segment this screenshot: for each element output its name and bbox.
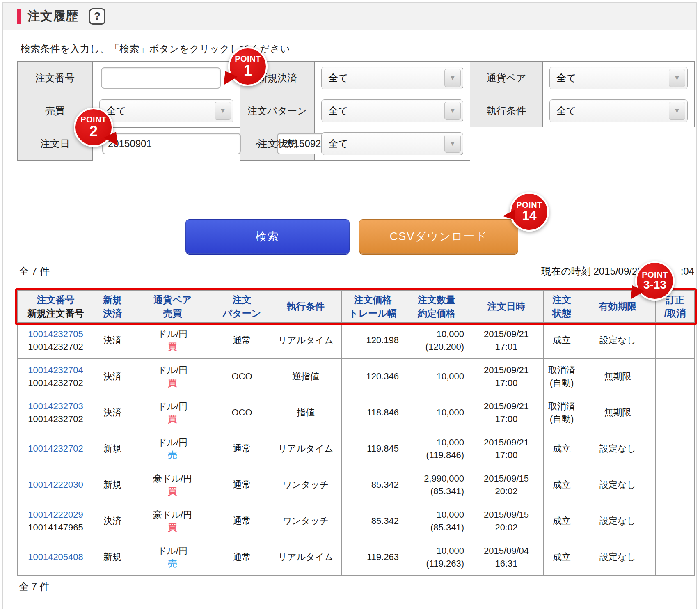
- exec-condition-cell: リアルタイム: [270, 539, 342, 576]
- exec-condition-cell: 逆指値: [270, 359, 342, 395]
- quantity-cell: 10,000(120.200): [404, 323, 469, 359]
- order-number-link[interactable]: 10014222029: [18, 509, 94, 521]
- pair-label: ドル/円: [131, 436, 214, 449]
- table-header: 注文番号新規注文番号 新規決済 通貨ペア売買 注文パターン 執行条件 注文価格ト…: [18, 291, 695, 323]
- order-date-from-input[interactable]: [102, 133, 241, 154]
- pair-label: 豪ドル/円: [131, 509, 214, 521]
- new-order-number: 10014232702: [18, 377, 94, 390]
- order-date: 2015/09/04: [469, 545, 543, 558]
- order-number-link[interactable]: 10014232702: [18, 443, 94, 455]
- order-number-link[interactable]: 10014232705: [18, 328, 94, 341]
- open-close-cell: 決済: [94, 503, 131, 539]
- exec-condition-cell: リアルタイム: [270, 431, 342, 467]
- chevron-down-icon: ▼: [444, 135, 461, 153]
- amend-cancel-cell: [656, 431, 695, 467]
- validity-cell: 設定なし: [580, 467, 656, 503]
- order-number-input[interactable]: [101, 67, 221, 89]
- order-date: 2015/09/21: [469, 328, 543, 341]
- form-row-2: 売買 全て ▼ 注文パターン 全て ▼ 執行条件: [18, 94, 695, 127]
- currency-pair-select[interactable]: 全て ▼: [549, 67, 688, 89]
- status-line2: (自動): [544, 413, 580, 426]
- point-1-badge: POINT1: [228, 47, 268, 86]
- price-cell: 120.198: [342, 323, 404, 359]
- order-number-label: 注文番号: [18, 62, 93, 94]
- validity-cell: 無期限: [580, 395, 656, 431]
- quantity-value: 10,000: [404, 436, 464, 449]
- search-button[interactable]: 検索: [185, 219, 350, 254]
- col-header-pair-side: 通貨ペア売買: [131, 291, 214, 323]
- order-date: 2015/09/21: [469, 436, 543, 449]
- status-line1: 取消済: [544, 364, 580, 377]
- price-cell: 119.845: [342, 431, 404, 467]
- col-header-exec-condition: 執行条件: [270, 291, 342, 323]
- col-header-status: 注文状態: [544, 291, 580, 323]
- csv-download-button[interactable]: CSVダウンロード: [359, 219, 518, 254]
- result-summary-row: 全 7 件 現在の時刻 2015/09/25:04: [17, 265, 694, 278]
- point-14-badge: POINT14: [510, 192, 549, 232]
- amend-cancel-cell: [656, 503, 695, 539]
- order-pattern-select[interactable]: 全て ▼: [321, 99, 463, 122]
- quantity-value: 10,000: [404, 509, 464, 521]
- side-label: 買: [131, 341, 214, 353]
- pair-label: ドル/円: [131, 545, 214, 558]
- order-number-cell: 1001422202910014147965: [18, 503, 94, 539]
- table-row: 1001423270510014232702 決済 ドル/円買 通常 リアルタイ…: [18, 323, 695, 359]
- pair-side-cell: ドル/円買: [131, 395, 214, 431]
- exec-price-value: (85.341): [404, 521, 464, 534]
- price-cell: 85.342: [342, 503, 404, 539]
- col-header-datetime: 注文日時: [469, 291, 544, 323]
- help-icon[interactable]: ?: [89, 8, 105, 25]
- col-header-order-price: 注文価格トレール幅: [342, 291, 404, 323]
- order-pattern-field-cell: 全て ▼: [315, 94, 470, 127]
- form-row-3: 注文日 ～ 注文状態 全て ▼: [18, 127, 695, 161]
- order-history-table: 注文番号新規注文番号 新規決済 通貨ペア売買 注文パターン 執行条件 注文価格ト…: [17, 290, 695, 576]
- point-3-13-badge: POINT3-13: [635, 261, 675, 301]
- pattern-cell: 通常: [214, 467, 270, 503]
- exec-condition-label: 執行条件: [470, 94, 543, 127]
- datetime-cell: 2015/09/2117:00: [469, 359, 544, 395]
- quantity-cell: 10,000: [404, 359, 469, 395]
- pattern-cell: 通常: [214, 431, 270, 467]
- amend-cancel-cell: [656, 539, 695, 576]
- current-time-prefix: 現在の時刻 2015/09/25: [541, 266, 643, 277]
- order-number-link[interactable]: 10014232704: [18, 364, 94, 377]
- exec-condition-cell: ワンタッチ: [270, 467, 342, 503]
- exec-condition-select[interactable]: 全て ▼: [549, 99, 688, 122]
- order-number-field-cell: [93, 62, 240, 94]
- open-close-field-cell: 全て ▼: [315, 62, 470, 94]
- order-time: 16:31: [469, 558, 543, 570]
- current-time-suffix: :04: [681, 266, 694, 277]
- open-close-select[interactable]: 全て ▼: [321, 67, 463, 89]
- order-time: 20:02: [469, 485, 543, 498]
- validity-cell: 設定なし: [580, 431, 656, 467]
- order-status-field-cell: 全て ▼: [315, 127, 470, 161]
- order-number-link[interactable]: 10014205408: [18, 551, 94, 564]
- order-number-link[interactable]: 10014222030: [18, 479, 94, 491]
- order-date: 2015/09/21: [469, 364, 543, 377]
- side-select[interactable]: 全て ▼: [99, 99, 233, 122]
- quantity-cell: 10,000: [404, 395, 469, 431]
- order-status-select[interactable]: 全て ▼: [321, 132, 463, 155]
- pair-label: ドル/円: [131, 364, 214, 377]
- pair-side-cell: ドル/円売: [131, 431, 214, 467]
- pair-label: ドル/円: [131, 400, 214, 413]
- side-label: 売: [131, 449, 214, 462]
- datetime-cell: 2015/09/2117:00: [469, 395, 544, 431]
- validity-cell: 設定なし: [580, 539, 656, 576]
- quantity-cell: 10,000(119.263): [404, 539, 469, 576]
- exec-condition-field-cell: 全て ▼: [543, 94, 695, 127]
- status-line1: 成立: [544, 334, 580, 347]
- side-label: 買: [131, 413, 214, 426]
- amend-cancel-cell: [656, 359, 695, 395]
- status-cell: 成立: [544, 431, 580, 467]
- table-row: 1001423270310014232702 決済 ドル/円買 OCO 指値 1…: [18, 395, 695, 431]
- price-cell: 85.342: [342, 467, 404, 503]
- result-count: 全 7 件: [17, 265, 50, 278]
- status-line1: 成立: [544, 551, 580, 564]
- quantity-value: 10,000: [404, 406, 464, 419]
- order-number-link[interactable]: 10014232703: [18, 400, 94, 413]
- order-status-selected-value: 全て: [328, 137, 348, 150]
- status-line2: (自動): [544, 377, 580, 390]
- order-number-cell: 10014205408: [18, 539, 94, 576]
- table-row: 10014222030 新規 豪ドル/円買 通常 ワンタッチ 85.342 2,…: [18, 467, 695, 503]
